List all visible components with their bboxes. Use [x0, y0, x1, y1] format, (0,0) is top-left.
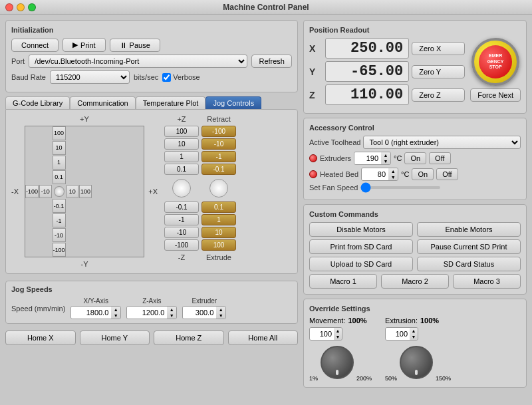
extruders-label: Extruders [320, 154, 351, 162]
xy-speed-input[interactable] [71, 307, 111, 319]
movement-down[interactable]: ▼ [334, 334, 342, 340]
minimize-button[interactable] [17, 3, 25, 11]
jog-z10[interactable]: 10 [164, 138, 199, 150]
jog-e10[interactable]: 10 [201, 227, 236, 238]
pause-sd-button[interactable]: Pause Current SD Print [417, 239, 521, 254]
xy-speed-down[interactable]: ▼ [111, 313, 120, 319]
home-z-button[interactable]: Home Z [154, 331, 224, 345]
jog-e-retract1[interactable]: -1 [201, 151, 236, 162]
jog-yn1[interactable]: -1 [53, 213, 66, 227]
z-speed-up[interactable]: ▲ [167, 307, 176, 313]
extrusion-down[interactable]: ▼ [410, 334, 418, 340]
tab-temp-plot[interactable]: Temperature Plot [136, 96, 206, 109]
jog-y01[interactable]: 0.1 [53, 170, 66, 184]
jog-center [54, 186, 65, 198]
jog-e1[interactable]: 1 [201, 214, 236, 225]
extruder-on-button[interactable]: On [404, 152, 426, 164]
toolhead-select[interactable]: Tool 0 (right extruder) [363, 136, 521, 149]
z-speed-down[interactable]: ▼ [167, 313, 176, 319]
jog-x100[interactable]: 100 [79, 185, 92, 199]
extrusion-knob[interactable] [400, 346, 433, 379]
position-readout-group: Position Readout X 250.00 Zero X Y -65.0… [303, 20, 527, 114]
ext-celsius: °C [394, 154, 402, 162]
bed-off-button[interactable]: Off [436, 168, 458, 180]
zero-x-button[interactable]: Zero X [412, 42, 465, 55]
extrusion-up[interactable]: ▲ [410, 328, 418, 334]
e-speed-down[interactable]: ▼ [216, 313, 225, 319]
jog-xn100[interactable]: -100 [25, 185, 39, 199]
jog-x10[interactable]: 10 [66, 185, 79, 199]
jog-z100[interactable]: 100 [164, 126, 199, 137]
macro2-button[interactable]: Macro 2 [381, 274, 449, 289]
extruder-temp-input[interactable] [354, 152, 381, 164]
jog-e100[interactable]: 100 [201, 239, 236, 251]
jog-y10[interactable]: 10 [53, 141, 66, 155]
port-select[interactable]: /dev/cu.Bluetooth-Incoming-Port [29, 55, 247, 68]
jog-zn01[interactable]: -0.1 [164, 202, 199, 213]
jog-yn100[interactable]: -100 [53, 243, 66, 257]
retract-label: Retract [207, 115, 230, 123]
baud-select[interactable]: 115200 [50, 70, 130, 84]
jog-y100[interactable]: 100 [53, 126, 66, 140]
jog-zn100[interactable]: -100 [164, 239, 199, 251]
macro1-button[interactable]: Macro 1 [309, 274, 377, 289]
jog-e01[interactable]: 0.1 [201, 202, 236, 213]
jog-zn10[interactable]: -10 [164, 227, 199, 238]
x-axis-label: X [309, 43, 323, 54]
refresh-button[interactable]: Refresh [251, 55, 292, 68]
home-x-button[interactable]: Home X [5, 331, 76, 345]
upload-sd-button[interactable]: Upload to SD Card [309, 257, 413, 271]
movement-value-input[interactable] [310, 328, 334, 340]
tab-communication[interactable]: Communication [70, 96, 135, 109]
movement-up[interactable]: ▲ [334, 328, 342, 334]
zero-y-button[interactable]: Zero Y [412, 65, 465, 78]
e-speed-input[interactable] [183, 307, 216, 319]
bed-temp-input[interactable] [362, 168, 388, 180]
jog-e-retract10[interactable]: -10 [201, 138, 236, 150]
movement-knob[interactable] [321, 346, 354, 379]
estop-inner: EMERGENCYSTOP [479, 45, 512, 78]
jog-zn1[interactable]: -1 [164, 214, 199, 225]
extrusion-value-input[interactable] [386, 328, 410, 340]
tab-gcode[interactable]: G-Code Library [5, 96, 70, 109]
zero-z-button[interactable]: Zero Z [412, 88, 465, 102]
ext-temp-up[interactable]: ▲ [381, 152, 390, 158]
jog-e-retract01[interactable]: -0.1 [201, 164, 236, 175]
bed-temp-down[interactable]: ▼ [388, 174, 398, 180]
e-speed-input-wrap: ▲ ▼ [182, 306, 226, 319]
jog-z1[interactable]: 1 [164, 151, 199, 162]
print-button[interactable]: ▶ Print [63, 38, 106, 52]
extruder-off-button[interactable]: Off [429, 152, 450, 164]
maximize-button[interactable] [28, 3, 36, 11]
close-button[interactable] [5, 3, 13, 11]
tab-bar: G-Code Library Communication Temperature… [5, 96, 298, 109]
print-sd-button[interactable]: Print from SD Card [309, 239, 413, 254]
ext-temp-down[interactable]: ▼ [381, 158, 390, 164]
bed-on-button[interactable]: On [412, 168, 434, 180]
home-y-button[interactable]: Home Y [80, 331, 150, 345]
bed-temp-up[interactable]: ▲ [388, 168, 398, 174]
macro3-button[interactable]: Macro 3 [453, 274, 521, 289]
jog-yn10[interactable]: -10 [53, 228, 66, 242]
override-settings-group: Override Settings Movement: 100% ▲ ▼ [303, 299, 527, 388]
tab-jog[interactable]: Jog Controls [205, 96, 261, 109]
disable-motors-button[interactable]: Disable Motors [309, 222, 413, 237]
e-speed-up[interactable]: ▲ [216, 307, 225, 313]
jog-e-retract100[interactable]: -100 [201, 126, 236, 137]
jog-y1[interactable]: 1 [53, 156, 66, 170]
pause-button[interactable]: ⏸ Pause [110, 39, 160, 52]
home-all-button[interactable]: Home All [228, 331, 299, 345]
jog-yn01[interactable]: -0.1 [53, 199, 66, 213]
connect-button[interactable]: Connect [11, 39, 59, 52]
z-speed-input[interactable] [127, 307, 167, 319]
force-next-button[interactable]: Force Next [470, 88, 521, 102]
estop-button[interactable]: EMERGENCYSTOP [471, 38, 519, 86]
enable-motors-button[interactable]: Enable Motors [417, 222, 521, 237]
verbose-checkbox[interactable] [162, 73, 171, 82]
sd-status-button[interactable]: SD Card Status [417, 257, 521, 271]
fan-speed-slider[interactable] [360, 186, 440, 189]
jog-xn10[interactable]: -10 [39, 185, 52, 199]
xy-speed-up[interactable]: ▲ [111, 307, 120, 313]
jog-z01[interactable]: 0.1 [164, 164, 199, 175]
jog-speeds-label: Jog Speeds [11, 285, 292, 293]
